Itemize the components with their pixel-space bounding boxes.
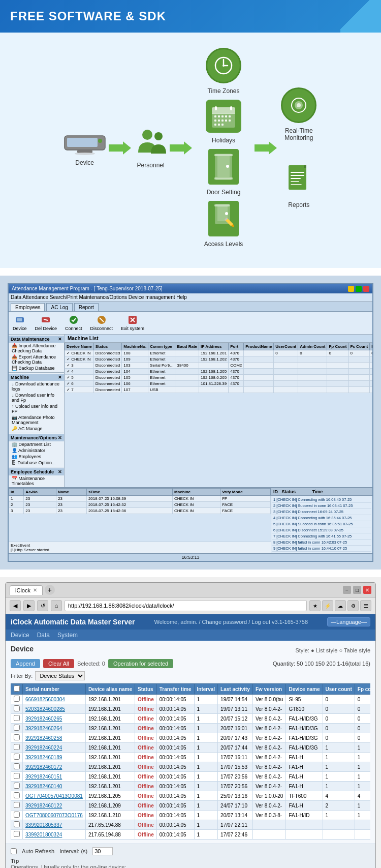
append-button[interactable]: Append	[11, 659, 40, 668]
table-row[interactable]: ✓ CHECK IN Disconnected 108 Ethernet 192…	[65, 350, 373, 356]
list-item[interactable]: 3929182460151 192.168.1.201 Offline 00:0…	[11, 772, 371, 782]
td-product	[244, 381, 274, 387]
list-item[interactable]: 3929182460224 192.168.1.201 Offline 00:0…	[11, 743, 371, 753]
sidebar-item-export[interactable]: 📤 Export Attendance Checking Data	[9, 354, 64, 365]
tab-aclog[interactable]: AC Log	[46, 303, 72, 311]
table-row[interactable]: ✓ 3 Disconnected 103 Serial Port/... 384…	[65, 363, 373, 369]
th-alias[interactable]: Device alias name	[85, 684, 135, 695]
th-fp[interactable]: Fp count	[355, 684, 370, 695]
browser-close[interactable]: ✕	[363, 586, 371, 594]
th-serial[interactable]: Serial number	[23, 684, 86, 695]
machine-table: Device Name Status MachineNo. Comm type …	[65, 343, 372, 393]
sidebar-item-download-user[interactable]: ↓ Download user info and Fp	[9, 392, 64, 403]
list-item[interactable]: OGT70800607073O0176 192.168.1.210 Offlin…	[11, 811, 371, 820]
menu-icon[interactable]: ☰	[360, 600, 371, 611]
browser-restore[interactable]: □	[353, 586, 361, 594]
toolbar-disconnect[interactable]: Disconnect	[88, 314, 115, 332]
sidebar-item-admin[interactable]: 👤 Administrator	[9, 447, 64, 454]
tab-employees[interactable]: Employees	[11, 303, 45, 311]
th-device[interactable]: Device name	[286, 684, 323, 695]
th-status[interactable]: Status	[135, 684, 157, 695]
list-item[interactable]: 3929182460122 192.168.1.209 Offline 00:0…	[11, 801, 371, 811]
style-selector[interactable]: Style: ● List style ○ Table style	[295, 647, 370, 653]
list-item[interactable]: 3929182460172 192.168.1.201 Offline 00:0…	[11, 762, 371, 772]
sidebar-item-import[interactable]: 📥 Import Attendance Checking Data	[9, 343, 64, 354]
list-item[interactable]: OGT70400570413O0081 192.168.1.205 Offlin…	[11, 791, 371, 801]
th-fw[interactable]: Fw version	[252, 684, 285, 695]
list-item[interactable]: 3929182460189 192.168.1.201 Offline 00:0…	[11, 753, 371, 762]
table-row[interactable]: ✓ CHECK IN Disconnected 109 Ethernet 192…	[65, 356, 373, 363]
close-btn[interactable]	[363, 286, 369, 292]
select-all-checkbox[interactable]	[14, 685, 20, 692]
td-port: 4370	[229, 356, 244, 363]
operation-button[interactable]: Operation for selected	[108, 659, 173, 668]
list-item[interactable]: 3929182460258 192.168.1.201 Offline 00:0…	[11, 733, 371, 743]
table-row[interactable]: ✓ 5 Disconnected 105 Ethernet 192.168.0.…	[65, 375, 373, 381]
auto-refresh-checkbox[interactable]	[11, 848, 17, 854]
sidebar-item-photo[interactable]: 📷 Attendance Photo Management	[9, 414, 64, 426]
table-row[interactable]: ✓ 6 Disconnected 106 Ethernet 101.81.228…	[65, 381, 373, 387]
table-row[interactable]: 1 23 23 2018-07-25 16:08:39 CHECK IN FP	[9, 496, 271, 502]
star-icon[interactable]: ★	[309, 600, 321, 611]
th-interval[interactable]: Interval	[194, 684, 218, 695]
td-no: 107	[122, 387, 148, 393]
bolt-icon[interactable]: ⚡	[322, 600, 333, 611]
home-button[interactable]: ⌂	[51, 600, 62, 611]
toolbar-exit[interactable]: Exit system	[119, 314, 146, 332]
iclock-language[interactable]: —Language—	[327, 617, 370, 626]
tab-close-icon[interactable]: ✕	[33, 587, 37, 593]
table-row[interactable]: ✓ 4 Disconnected 104 Ethernet 192.168.1.…	[65, 369, 373, 375]
menu-device[interactable]: Device	[11, 632, 29, 639]
refresh-button[interactable]: ↺	[37, 600, 48, 611]
new-tab-button[interactable]: +	[45, 585, 55, 595]
tab-report[interactable]: Report	[74, 303, 99, 311]
sidebar-header-maintenance[interactable]: Maintenance/Options✕	[9, 434, 64, 441]
timezones-box: Time Zones	[206, 48, 241, 95]
interval-input[interactable]	[92, 847, 113, 855]
list-item[interactable]: 3929182460265 192.168.1.201 Offline 00:0…	[11, 714, 371, 724]
sidebar-header-schedule[interactable]: Employee Schedule✕	[9, 468, 64, 475]
sidebar-item-db[interactable]: 🗄 Database Option...	[9, 460, 64, 466]
clear-all-button[interactable]: Clear All	[43, 659, 74, 668]
menu-system[interactable]: System	[57, 632, 78, 639]
list-item[interactable]: 3399201800324 217.65.194.88 Offline 00:0…	[11, 830, 371, 840]
sidebar-item-timetable[interactable]: 📅 Maintenance Timetables	[9, 475, 64, 487]
th-users[interactable]: User count	[323, 684, 355, 695]
table-row[interactable]: ✓ 7 Disconnected 107 USB 3204	[65, 387, 373, 393]
td-admin	[298, 381, 327, 387]
maximize-btn[interactable]	[356, 286, 362, 292]
td-product	[244, 363, 274, 369]
filter-select[interactable]: Device Status	[35, 671, 85, 680]
list-item[interactable]: 52031824600285 192.168.1.201 Offline 00:…	[11, 704, 371, 714]
menu-data[interactable]: Data	[37, 632, 50, 639]
list-item[interactable]: 3399201805337 217.65.194.88 Offline 00:0…	[11, 820, 371, 830]
minimize-btn[interactable]	[348, 286, 354, 292]
settings-icon[interactable]: ⚙	[347, 600, 359, 611]
browser-minimize[interactable]: −	[343, 586, 351, 594]
url-bar[interactable]	[65, 600, 307, 611]
toolbar-del-device[interactable]: Del Device	[33, 314, 59, 332]
table-row[interactable]: 3 23 23 2018-07-25 16:42:36 CHECK IN FAC…	[9, 508, 271, 514]
sidebar-header-data[interactable]: Data Maintenance✕	[9, 336, 64, 343]
sidebar-item-upload-user[interactable]: ↑ Upload user info and FP	[9, 403, 64, 414]
list-item[interactable]: 3929182460264 192.168.1.201 Offline 00:0…	[11, 724, 371, 733]
back-button[interactable]: ◀	[10, 600, 21, 611]
sidebar-item-dept[interactable]: 🏢 Department List	[9, 441, 64, 447]
browser-tab-iclock[interactable]: iClock ✕	[10, 585, 43, 595]
toolbar-connect[interactable]: Connect	[63, 314, 84, 332]
forward-button[interactable]: ▶	[23, 600, 35, 611]
cloud-icon[interactable]: ☁	[335, 600, 346, 611]
table-row[interactable]: 2 23 23 2018-07-25 16:42:32 CHECK IN FAC…	[9, 502, 271, 508]
sidebar-header-machine[interactable]: Machine✕	[9, 374, 64, 381]
sidebar-item-emp[interactable]: 👥 Employees	[9, 454, 64, 460]
sidebar-item-ac[interactable]: 🔑 AC Manage	[9, 426, 64, 432]
list-item[interactable]: 66691825600304 192.168.1.201 Offline 00:…	[11, 695, 371, 704]
td-ip	[199, 387, 229, 393]
sidebar-item-shifts[interactable]: 🔄 Shifts Management	[9, 487, 64, 487]
list-item[interactable]: 3929182460140 192.168.1.201 Offline 00:0…	[11, 782, 371, 791]
sidebar-item-download-logs[interactable]: ↓ Download attendance logs	[9, 381, 64, 392]
th-last[interactable]: Last activity	[218, 684, 253, 695]
toolbar-device[interactable]: Device	[11, 314, 29, 332]
th-transfer[interactable]: Transfer time	[156, 684, 194, 695]
sidebar-item-backup[interactable]: 💾 Backup Database	[9, 365, 64, 371]
